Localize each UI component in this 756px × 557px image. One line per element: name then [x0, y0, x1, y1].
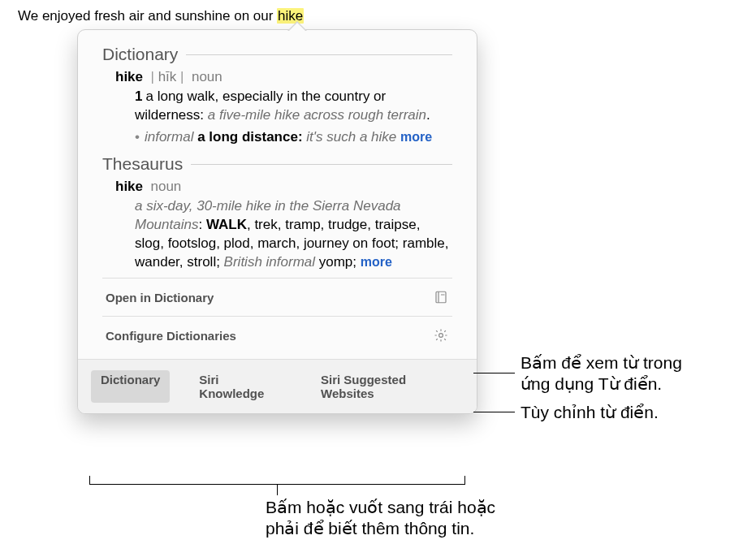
configure-dictionaries-label: Configure Dictionaries — [106, 329, 236, 343]
thesaurus-entry-head: hike noun — [115, 179, 452, 195]
sense-number: 1 — [135, 89, 142, 104]
svg-rect-0 — [436, 291, 446, 303]
pipe: | — [150, 69, 153, 84]
popover-content: Dictionary hike | hīk | noun 1a long wal… — [78, 30, 477, 359]
gear-icon — [433, 327, 449, 343]
bullet-icon: • — [135, 129, 140, 145]
part-of-speech: noun — [150, 179, 181, 194]
callout-bracket — [464, 476, 465, 484]
pipe: | — [180, 69, 184, 84]
dictionary-entry-head: hike | hīk | noun — [115, 69, 452, 85]
usage-label: informal — [145, 129, 193, 145]
sub-definition-text: a long distance: — [197, 129, 302, 145]
sentence-prefix: We enjoyed fresh air and sunshine on our — [18, 8, 277, 24]
open-in-dictionary-row[interactable]: Open in Dictionary — [102, 278, 452, 316]
open-in-dictionary-label: Open in Dictionary — [106, 291, 214, 304]
source-sentence: We enjoyed fresh air and sunshine on our… — [18, 8, 304, 24]
definition-example: a five-mile hike across rough terrain — [208, 107, 426, 123]
callout-bracket — [277, 484, 278, 495]
callout-open: Bấm để xem từ trong ứng dụng Từ điển. — [521, 352, 682, 395]
callout-line — [473, 412, 515, 412]
callout-tabs: Bấm hoặc vuốt sang trái hoặc phải để biế… — [266, 497, 495, 539]
tail-synonym: yomp; — [315, 254, 361, 270]
primary-synonym: WALK — [206, 217, 247, 232]
callout-line — [473, 373, 515, 373]
svg-point-3 — [439, 334, 443, 338]
tab-dictionary[interactable]: Dictionary — [91, 370, 170, 403]
thes-word: hike — [115, 179, 143, 194]
popover-arrow-fill — [288, 23, 306, 32]
book-icon — [433, 289, 449, 305]
dictionary-definition: 1a long walk, especially in the country … — [135, 87, 449, 146]
tab-siri-knowledge[interactable]: Siri Knowledge — [189, 370, 292, 403]
dictionary-heading: Dictionary — [102, 45, 452, 64]
more-link[interactable]: more — [361, 255, 392, 269]
callout-configure: Tùy chỉnh từ điển. — [521, 402, 659, 423]
thesaurus-body: a six-day, 30-mile hike in the Sierra Ne… — [135, 196, 449, 271]
lookup-popover: Dictionary hike | hīk | noun 1a long wal… — [77, 29, 477, 414]
thesaurus-heading-text: Thesaurus — [102, 154, 183, 174]
dict-word: hike — [115, 69, 143, 84]
divider — [186, 54, 452, 55]
popover-body: Dictionary hike | hīk | noun 1a long wal… — [77, 29, 477, 414]
region-label: British informal — [224, 254, 315, 270]
sub-definition: •informal a long distance: it's such a h… — [135, 127, 449, 146]
part-of-speech: noun — [192, 69, 222, 84]
configure-dictionaries-row[interactable]: Configure Dictionaries — [102, 316, 452, 354]
thesaurus-heading: Thesaurus — [102, 154, 452, 174]
divider — [191, 164, 452, 165]
sub-example: it's such a hike — [306, 129, 396, 145]
more-link[interactable]: more — [400, 130, 432, 144]
tab-siri-suggested-websites[interactable]: Siri Suggested Websites — [311, 370, 464, 403]
callout-bracket — [89, 476, 90, 484]
dictionary-heading-text: Dictionary — [102, 45, 178, 64]
pronunciation: hīk — [158, 69, 177, 84]
source-tabbar: Dictionary Siri Knowledge Siri Suggested… — [78, 359, 477, 413]
